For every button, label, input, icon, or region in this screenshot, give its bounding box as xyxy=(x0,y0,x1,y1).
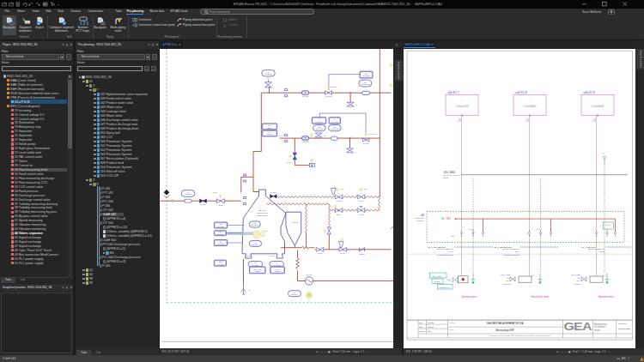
svg-text:U6: U6 xyxy=(441,217,445,220)
svg-text:62-9-B439: 62-9-B439 xyxy=(362,75,370,76)
svg-text:O-Data7/03: O-Data7/03 xyxy=(456,104,469,107)
svg-text:M-B: M-B xyxy=(253,223,256,224)
svg-text:62-9-0626: 62-9-0626 xyxy=(217,243,224,244)
svg-text:GSP 30-06-770: GSP 30-06-770 xyxy=(256,211,267,213)
svg-text:(A): (A) xyxy=(529,99,532,100)
svg-text:62-B500: 62-B500 xyxy=(275,270,280,271)
svg-text:62-9-PIL/B: 62-9-PIL/B xyxy=(331,128,338,130)
svg-text:for a better: for a better xyxy=(594,325,605,329)
svg-text:Messeanlage GSP: Messeanlage GSP xyxy=(495,329,514,332)
svg-text:S: S xyxy=(392,65,393,66)
svg-text:S: S xyxy=(392,85,393,86)
svg-text:O-Data8/01: O-Data8/01 xyxy=(592,104,605,107)
svg-text:100A: 100A xyxy=(262,233,266,235)
svg-text:Hood flush water: Hood flush water xyxy=(532,295,550,299)
svg-text:-1: -1 xyxy=(456,120,459,122)
svg-text:60Hz: 60Hz xyxy=(262,236,265,237)
svg-text:62-T480: 62-T480 xyxy=(217,203,222,205)
svg-text:-1: -1 xyxy=(524,120,526,122)
svg-text:-W: -W xyxy=(333,141,336,142)
svg-text:Opening water: Opening water xyxy=(461,295,477,299)
svg-text:62-B480: 62-B480 xyxy=(185,193,191,195)
svg-text:300/75: 300/75 xyxy=(599,250,605,251)
svg-text:-X10: -X10 xyxy=(450,234,455,237)
svg-text:(&PFB/15.a.9): (&PFB/15.a.9) xyxy=(368,133,377,134)
svg-text:=00 K1.8: =00 K1.8 xyxy=(583,91,595,94)
svg-text:-T: -T xyxy=(355,150,357,152)
svg-text:62-9-PIL/B: 62-9-PIL/B xyxy=(315,128,323,130)
svg-text:+X10_PE: +X10_PE xyxy=(605,223,611,226)
svg-text:SL-T480: SL-T480 xyxy=(325,95,331,97)
svg-text:SE-M060: SE-M060 xyxy=(291,293,297,295)
svg-text:-T: -T xyxy=(355,104,358,106)
svg-text:62-4-055: 62-4-055 xyxy=(301,95,307,97)
svg-text:+L1-MG: +L1-MG xyxy=(434,281,440,282)
svg-text:62-9-0624: 62-9-0624 xyxy=(216,233,222,234)
svg-text:LSL/ALASSH: LSL/ALASSH xyxy=(253,268,262,269)
svg-text:Editor: Editor xyxy=(419,325,423,327)
svg-text:SE-M060: SE-M060 xyxy=(262,231,268,232)
svg-text:62-9-B439: 62-9-B439 xyxy=(315,120,323,122)
svg-text:O-Data8/00: O-Data8/00 xyxy=(524,104,537,107)
svg-text:62-B482: 62-B482 xyxy=(359,254,364,255)
svg-text:+B: +B xyxy=(248,288,251,290)
svg-text:62-9-0632: 62-9-0632 xyxy=(216,262,223,264)
svg-text:-B: -B xyxy=(324,134,326,136)
svg-text:+3B: +3B xyxy=(420,213,424,216)
svg-text:+X10_PE: +X10_PE xyxy=(535,228,542,231)
svg-text:SE-M060A: SE-M060A xyxy=(252,243,259,244)
svg-text:Engineering: Engineering xyxy=(594,322,607,325)
svg-text:Tracked: Tracked xyxy=(419,329,425,331)
svg-text:+X8: +X8 xyxy=(601,152,605,154)
svg-text:Date: Date xyxy=(419,321,422,323)
svg-text:GEA WESTFALIA SEPARATOR USA: GEA WESTFALIA SEPARATOR USA xyxy=(487,322,524,325)
svg-text:(&PFB...): (&PFB...) xyxy=(363,189,369,190)
svg-text:2/1/2024: 2/1/2024 xyxy=(428,321,434,323)
svg-text:MI: MI xyxy=(308,299,310,300)
svg-text:304/4: 304/4 xyxy=(515,250,519,251)
svg-text:62-9-B500B: 62-9-B500B xyxy=(272,263,281,265)
svg-text:62-T484: 62-T484 xyxy=(358,200,363,201)
svg-text:SL-T489: SL-T489 xyxy=(340,253,345,254)
svg-text:Westfalia Separator: Westfalia Separator xyxy=(437,254,453,256)
svg-text:62-4-050: 62-4-050 xyxy=(301,141,307,142)
svg-text:-1: -1 xyxy=(591,120,593,122)
svg-text:-M1: -M1 xyxy=(506,280,510,281)
svg-text:300/75: 300/75 xyxy=(443,176,448,178)
svg-text:Designation /: Designation / xyxy=(618,323,629,324)
svg-text:-T: -T xyxy=(351,135,354,136)
svg-text:62-9-B500A: 62-9-B500A xyxy=(251,263,259,265)
svg-text:/ M,X: / M,X xyxy=(446,217,451,220)
svg-text:Valves separat: Valves separat xyxy=(618,328,631,329)
svg-text:(&PFB/4.b): (&PFB/4.b) xyxy=(503,283,512,285)
svg-text:+L1: +L1 xyxy=(506,276,509,278)
svg-text:+L1: +L1 xyxy=(577,276,580,278)
svg-text:SEPARATOR: SEPARATOR xyxy=(257,214,267,215)
svg-text:LSAHH: LSAHH xyxy=(275,268,280,269)
svg-text:62-B500: 62-B500 xyxy=(254,270,259,271)
svg-text:62-T485: 62-T485 xyxy=(336,200,341,201)
svg-text:PSCPL0: PSCPL0 xyxy=(428,325,434,327)
svg-text:62-9-0620: 62-9-0620 xyxy=(217,225,224,226)
svg-text:=00 K1.7: =00 K1.7 xyxy=(447,91,459,94)
svg-text:SL-T481: SL-T481 xyxy=(200,203,206,205)
svg-text:-M1: -M1 xyxy=(576,280,580,281)
svg-text:⌄: ⌄ xyxy=(58,2,60,6)
svg-text:=00 K1.8: =00 K1.8 xyxy=(515,91,527,94)
svg-text:(&PFB/15...): (&PFB/15...) xyxy=(269,256,276,256)
svg-text:62-9-B439/B: 62-9-B439/B xyxy=(361,83,370,85)
svg-text:(A): (A) xyxy=(461,99,464,100)
svg-text:SE-4-060: SE-4-060 xyxy=(258,209,265,211)
svg-text:SE-B480: SE-B480 xyxy=(264,73,272,75)
svg-text:QIB: QIB xyxy=(219,232,222,232)
svg-text:62-T489: 62-T489 xyxy=(317,253,322,254)
svg-text:(&PFB/..): (&PFB/..) xyxy=(278,136,284,136)
svg-text:separator: separator xyxy=(416,219,423,220)
svg-text:62-9-B439: 62-9-B439 xyxy=(331,120,338,122)
svg-text:world.: world. xyxy=(594,328,600,331)
svg-text:PS: PS xyxy=(334,186,336,187)
svg-text:62-B480/1: 62-B480/1 xyxy=(331,86,337,87)
svg-text:(&PFB/15.a.6): (&PFB/15.a.6) xyxy=(439,286,450,287)
svg-text:(&PFB/1..): (&PFB/1..) xyxy=(287,162,294,163)
svg-text:Customer: Customer xyxy=(449,321,456,323)
